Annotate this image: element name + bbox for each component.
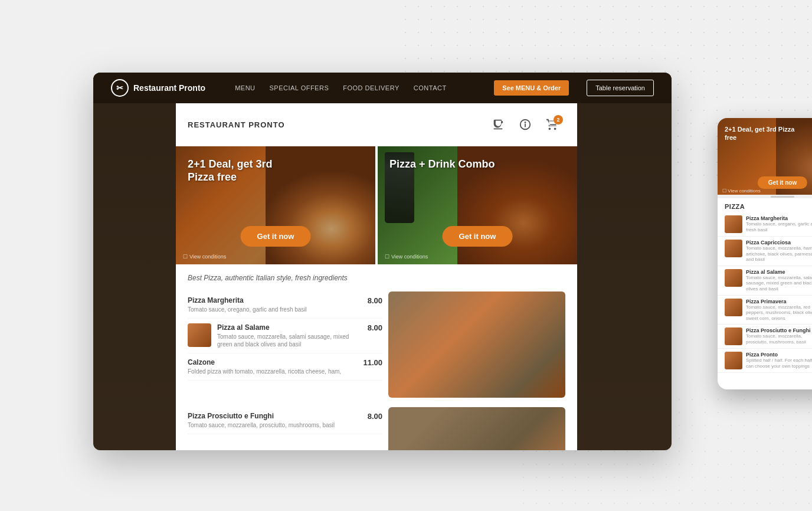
phone-menu-item-3[interactable]: Pizza al Salame Tomato sauce, mozzarella… (718, 266, 812, 296)
phone-item-info-4: Pizza Primavera Tomato sauce, mozzarella… (746, 299, 812, 322)
phone-item-name-3: Pizza al Salame (746, 269, 812, 275)
nav-link-special-offers[interactable]: SPECIAL OFFERS (270, 84, 329, 91)
menu-item-2-price: 8.00 (368, 323, 382, 332)
view-conditions-2[interactable]: ☐ View conditions (385, 254, 428, 260)
phone-menu-item-1[interactable]: Pizza Margherita Tomato sauce, oregano, … (718, 212, 812, 237)
menu-item-right-1-desc: Tomato sauce, mozzarella, prosciutto, mu… (188, 421, 362, 429)
phone-menu-item-6[interactable]: Pizza Pronto Splitted half / half. For e… (718, 349, 812, 373)
phone-item-name-4: Pizza Primavera (746, 299, 812, 304)
content-area: RESTAURANT PRONTO (93, 103, 672, 450)
phone-view-conditions[interactable]: ☐ View conditions (722, 188, 761, 194)
phone-scroll-thumb (771, 196, 794, 198)
phone-item-desc-6: Splitted half / half. For each half you … (746, 358, 812, 369)
phone-item-info-1: Pizza Margherita Tomato sauce, oregano, … (746, 215, 812, 232)
menu-items-column: Pizza Margherita Tomato sauce, oregano, … (188, 291, 382, 381)
phone-mockup: 2+1 Deal, get 3rd Pizza free Get it now … (718, 118, 812, 389)
promo-text-1: 2+1 Deal, get 3rd Pizza free (188, 158, 297, 184)
promo-text-2: Pizza + Drink Combo (389, 158, 495, 171)
promo-card-1[interactable]: 2+1 Deal, get 3rd Pizza free Get it now … (176, 146, 375, 264)
menu-item-2[interactable]: Pizza al Salame Tomato sauce, mozzarella… (188, 319, 382, 353)
bottom-food-image (388, 407, 565, 450)
menu-tagline: Best Pizza, authentic Italian style, fre… (188, 274, 565, 282)
logo-text: Restaurant Pronto (133, 83, 205, 93)
menu-item-1-name: Pizza Margherita (188, 296, 362, 304)
menu-item-3-left: Calzone Folded pizza with tomato, mozzar… (188, 358, 357, 375)
browser-mockup: ✂ Restaurant Pronto MENU SPECIAL OFFERS … (93, 73, 672, 450)
menu-section: Best Pizza, authentic Italian style, fre… (176, 264, 577, 407)
menu-item-3[interactable]: Calzone Folded pizza with tomato, mozzar… (188, 353, 382, 381)
phone-item-desc-2: Tomato sauce, mozzarella, ham, artichoke… (746, 245, 812, 263)
nav-logo: ✂ Restaurant Pronto (111, 79, 205, 97)
phone-item-desc-3: Tomato sauce, mozzarella, salami sausage… (746, 275, 812, 292)
restaurant-site: ✂ Restaurant Pronto MENU SPECIAL OFFERS … (93, 73, 672, 450)
phone-menu-item-2[interactable]: Pizza Capricciosa Tomato sauce, mozzarel… (718, 237, 812, 266)
phone-item-desc-5: Tomato sauce, mozzarella, prosciutto, mu… (746, 333, 812, 345)
phone-item-name-5: Pizza Prosciutto e Funghi (746, 327, 812, 333)
menu-item-right-1[interactable]: Pizza Prosciutto e Funghi Tomato sauce, … (188, 407, 382, 434)
phone-promo-button[interactable]: Get it now (758, 176, 807, 189)
restaurant-icon-button[interactable] (485, 112, 511, 137)
phone-item-info-6: Pizza Pronto Splitted half / half. For e… (746, 352, 812, 369)
phone-item-name-1: Pizza Margherita (746, 215, 812, 221)
phone-item-thumb-6 (725, 352, 742, 369)
menu-item-2-info: Pizza al Salame Tomato sauce, mozzarella… (217, 323, 362, 348)
menu-item-1[interactable]: Pizza Margherita Tomato sauce, oregano, … (188, 291, 382, 319)
menu-item-right-1-left: Pizza Prosciutto e Funghi Tomato sauce, … (188, 412, 362, 429)
page-background: ✂ Restaurant Pronto MENU SPECIAL OFFERS … (0, 0, 812, 511)
phone-item-thumb-1 (725, 215, 742, 233)
cart-icon-button[interactable]: 2 (539, 112, 565, 137)
menu-item-2-thumb (188, 323, 211, 347)
menu-item-1-left: Pizza Margherita Tomato sauce, oregano, … (188, 296, 362, 313)
menu-item-2-desc: Tomato sauce, mozzarella, salami sausage… (217, 333, 362, 348)
panel-header: RESTAURANT PRONTO (176, 103, 577, 146)
info-icon-button[interactable] (512, 112, 538, 137)
phone-item-info-5: Pizza Prosciutto e Funghi Tomato sauce, … (746, 327, 812, 345)
phone-item-info-3: Pizza al Salame Tomato sauce, mozzarella… (746, 269, 812, 292)
view-conditions-1[interactable]: ☐ View conditions (183, 254, 226, 260)
navigation-bar: ✂ Restaurant Pronto MENU SPECIAL OFFERS … (93, 73, 672, 103)
menu-bottom-row: Pizza Prosciutto e Funghi Tomato sauce, … (176, 407, 577, 450)
cart-badge: 2 (554, 115, 563, 125)
phone-promo-text: 2+1 Deal, get 3rd Pizza free (725, 125, 796, 142)
phone-item-desc-1: Tomato sauce, oregano, garlic and fresh … (746, 221, 812, 232)
phone-item-desc-4: Tomato sauce, mozzarella, red peppers, m… (746, 304, 812, 322)
promo-section: 2+1 Deal, get 3rd Pizza free Get it now … (176, 146, 577, 264)
panel-title: RESTAURANT PRONTO (188, 120, 485, 129)
promo-btn-2[interactable]: Get it now (443, 226, 513, 247)
menu-with-image: Pizza Margherita Tomato sauce, oregano, … (188, 291, 565, 398)
menu-item-right-1-name: Pizza Prosciutto e Funghi (188, 412, 362, 420)
food-image-area (388, 291, 565, 398)
phone-item-thumb-4 (725, 299, 742, 316)
menu-item-2-name: Pizza al Salame (217, 323, 362, 332)
phone-item-name-2: Pizza Capricciosa (746, 240, 812, 245)
menu-item-3-info: Calzone Folded pizza with tomato, mozzar… (188, 358, 357, 375)
menu-item-right-1-price: 8.00 (368, 412, 382, 421)
phone-item-thumb-5 (725, 327, 742, 345)
menu-item-3-desc: Folded pizza with tomato, mozzarella, ri… (188, 368, 357, 375)
phone-menu-item-5[interactable]: Pizza Prosciutto e Funghi Tomato sauce, … (718, 325, 812, 349)
food-image-right (388, 291, 565, 398)
nav-link-contact[interactable]: CONTACT (414, 84, 447, 91)
phone-menu-item-4[interactable]: Pizza Primavera Tomato sauce, mozzarella… (718, 296, 812, 325)
nav-link-food-delivery[interactable]: FOOD DELIVERY (343, 84, 400, 91)
nav-links: MENU SPECIAL OFFERS FOOD DELIVERY CONTAC… (235, 84, 476, 91)
promo-btn-1[interactable]: Get it now (241, 226, 311, 247)
menu-item-3-price: 11.00 (363, 358, 382, 367)
main-panel: RESTAURANT PRONTO (176, 103, 577, 450)
phone-item-thumb-2 (725, 240, 742, 257)
see-menu-order-button[interactable]: See MENU & Order (494, 80, 569, 96)
phone-menu-list: Pizza Margherita Tomato sauce, oregano, … (718, 212, 812, 373)
logo-icon: ✂ (111, 79, 129, 97)
menu-item-1-desc: Tomato sauce, oregano, garlic and fresh … (188, 306, 362, 313)
phone-item-name-6: Pizza Pronto (746, 352, 812, 358)
phone-promo-section: 2+1 Deal, get 3rd Pizza free Get it now … (718, 118, 812, 195)
table-reservation-button[interactable]: Table reservation (587, 80, 654, 96)
menu-item-1-price: 8.00 (368, 296, 382, 305)
menu-bottom-left: Pizza Prosciutto e Funghi Tomato sauce, … (188, 407, 382, 450)
phone-item-thumb-3 (725, 269, 742, 287)
promo-card-2[interactable]: Pizza + Drink Combo Get it now ☐ View co… (378, 146, 577, 264)
nav-link-menu[interactable]: MENU (235, 84, 255, 91)
menu-item-3-name: Calzone (188, 358, 357, 366)
menu-item-right-1-info: Pizza Prosciutto e Funghi Tomato sauce, … (188, 412, 362, 429)
phone-section-title: PIZZA (718, 198, 812, 212)
